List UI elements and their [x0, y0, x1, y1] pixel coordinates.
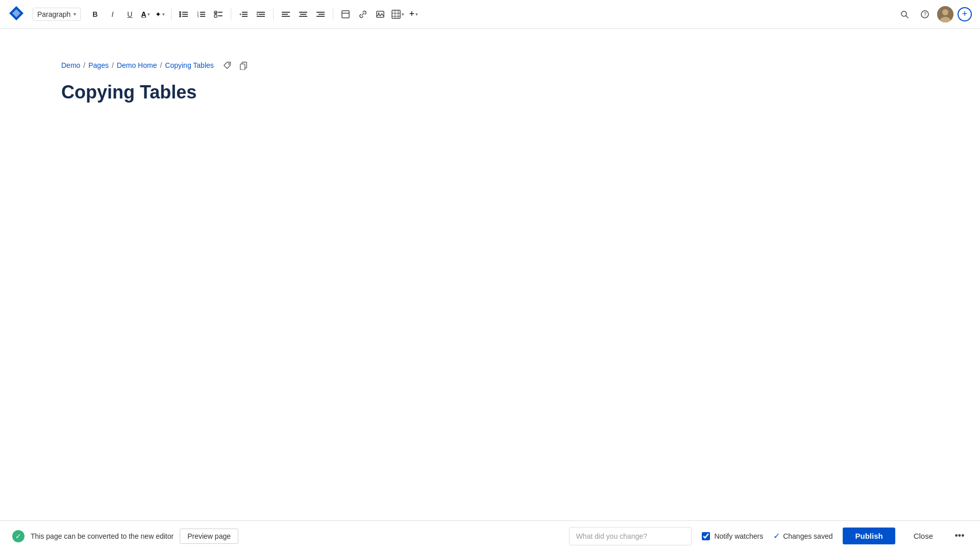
- convert-notice-text: This page can be converted to the new ed…: [31, 532, 174, 540]
- preview-page-button[interactable]: Preview page: [180, 529, 238, 544]
- svg-marker-21: [239, 13, 241, 15]
- search-button[interactable]: [896, 6, 913, 22]
- breadcrumb-demo-home[interactable]: Demo Home: [117, 61, 157, 69]
- align-left-button[interactable]: [278, 6, 294, 22]
- svg-rect-23: [259, 14, 265, 15]
- underline-button[interactable]: U: [121, 6, 138, 22]
- breadcrumb: Demo / Pages / Demo Home / Copying Table…: [61, 59, 919, 71]
- insert-more-dropdown[interactable]: + ▾: [407, 7, 421, 21]
- svg-rect-24: [257, 16, 265, 17]
- more-options-button[interactable]: •••: [951, 528, 968, 544]
- highlight-dropdown[interactable]: ✦ ▾: [153, 8, 167, 20]
- divider-4: [333, 8, 333, 20]
- chevron-down-icon: ▾: [415, 12, 418, 17]
- text-color-dropdown[interactable]: A ▾: [139, 8, 152, 20]
- check-icon: ✓: [773, 531, 780, 541]
- breadcrumb-pages[interactable]: Pages: [88, 61, 109, 69]
- paragraph-style-dropdown[interactable]: Paragraph ▾: [33, 8, 81, 21]
- insert-image-button[interactable]: [372, 6, 388, 22]
- divider-2: [231, 8, 231, 20]
- label-icon-button[interactable]: [221, 59, 233, 71]
- chevron-down-icon: ▾: [402, 12, 404, 17]
- copy-page-icon-button[interactable]: [237, 59, 250, 71]
- svg-rect-9: [200, 12, 205, 13]
- chevron-down-icon: ▾: [74, 11, 76, 17]
- bold-button[interactable]: B: [87, 6, 103, 22]
- close-button[interactable]: Close: [905, 528, 941, 544]
- numbered-list-button[interactable]: 1.2.3.: [193, 6, 209, 22]
- svg-rect-37: [377, 11, 384, 17]
- svg-rect-16: [214, 15, 217, 17]
- divider-3: [273, 8, 274, 20]
- svg-point-4: [179, 13, 181, 15]
- svg-rect-3: [182, 12, 188, 13]
- align-center-button[interactable]: [295, 6, 311, 22]
- svg-rect-27: [282, 14, 288, 15]
- svg-rect-15: [218, 12, 223, 13]
- notify-watchers-label[interactable]: Notify watchers: [714, 532, 763, 540]
- insert-group: ▾ + ▾: [337, 6, 421, 22]
- svg-rect-18: [242, 12, 248, 13]
- text-format-group: B I U A ▾ ✦ ▾: [87, 6, 166, 22]
- page-title[interactable]: Copying Tables: [61, 82, 919, 103]
- svg-point-2: [179, 11, 181, 13]
- svg-rect-34: [316, 16, 325, 17]
- svg-rect-19: [242, 14, 248, 15]
- svg-rect-17: [218, 15, 223, 16]
- svg-rect-32: [316, 12, 325, 13]
- breadcrumb-icons: [221, 59, 250, 71]
- insert-panel-button[interactable]: [337, 6, 354, 22]
- insert-link-button[interactable]: [355, 6, 371, 22]
- task-list-button[interactable]: [210, 6, 227, 22]
- chevron-down-icon: ▾: [162, 12, 165, 17]
- content-area[interactable]: [61, 119, 919, 323]
- svg-rect-28: [282, 16, 290, 17]
- changes-saved-text: Changes saved: [783, 532, 832, 540]
- main-content: Demo / Pages / Demo Home / Copying Table…: [0, 29, 980, 520]
- svg-rect-31: [299, 16, 307, 17]
- help-button[interactable]: ?: [917, 6, 933, 22]
- svg-rect-13: [200, 16, 205, 17]
- bottom-bar: ✓ This page can be converted to the new …: [0, 520, 980, 551]
- separator-1: /: [83, 61, 85, 69]
- avatar[interactable]: [937, 6, 953, 22]
- svg-rect-5: [182, 14, 188, 15]
- publish-button[interactable]: Publish: [843, 528, 895, 544]
- bottom-right-actions: Notify watchers ✓ Changes saved Publish …: [569, 527, 968, 545]
- add-button[interactable]: +: [958, 7, 972, 21]
- insert-table-dropdown[interactable]: ▾: [389, 8, 406, 21]
- toolbar: Paragraph ▾ B I U A ▾ ✦ ▾ 1.2.3.: [0, 0, 980, 29]
- change-description-input[interactable]: [569, 527, 692, 545]
- svg-text:?: ?: [924, 12, 927, 17]
- italic-button[interactable]: I: [104, 6, 120, 22]
- indent-group: [235, 6, 269, 22]
- notify-watchers-checkbox[interactable]: [702, 532, 710, 540]
- indent-button[interactable]: [253, 6, 269, 22]
- svg-point-51: [228, 63, 230, 65]
- svg-rect-20: [242, 16, 248, 17]
- svg-line-45: [906, 16, 908, 18]
- plus-icon: +: [409, 9, 415, 19]
- changes-saved-indicator: ✓ Changes saved: [773, 531, 832, 541]
- bullet-list-button[interactable]: [176, 6, 192, 22]
- breadcrumb-demo[interactable]: Demo: [61, 61, 80, 69]
- svg-rect-30: [300, 14, 306, 15]
- svg-rect-26: [282, 12, 290, 13]
- toolbar-right: ? +: [896, 6, 972, 22]
- list-format-group: 1.2.3.: [176, 6, 227, 22]
- outdent-button[interactable]: [235, 6, 252, 22]
- svg-rect-33: [318, 14, 325, 15]
- svg-text:3.: 3.: [197, 15, 200, 18]
- paragraph-style-label: Paragraph: [37, 10, 70, 18]
- app-logo[interactable]: [8, 5, 24, 23]
- separator-3: /: [160, 61, 162, 69]
- svg-rect-11: [200, 14, 205, 15]
- svg-rect-39: [392, 10, 400, 18]
- chevron-down-icon: ▾: [148, 12, 150, 17]
- svg-rect-36: [342, 13, 349, 14]
- svg-rect-29: [299, 12, 307, 13]
- align-group: [278, 6, 329, 22]
- breadcrumb-current: Copying Tables: [165, 61, 213, 69]
- align-right-button[interactable]: [312, 6, 329, 22]
- svg-rect-35: [342, 11, 349, 18]
